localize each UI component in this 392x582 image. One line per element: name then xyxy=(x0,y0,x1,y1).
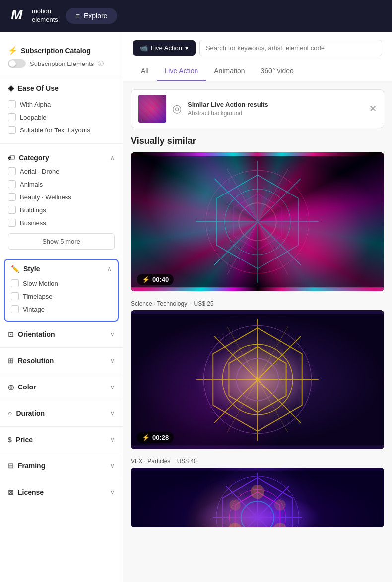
search-area: 📹 Live Action ▾ All Live Action Animatio… xyxy=(123,32,392,81)
checkbox-business-box[interactable] xyxy=(8,219,16,227)
checkbox-beauty-box[interactable] xyxy=(8,193,16,201)
checkbox-slow-motion[interactable]: Slow Motion xyxy=(11,277,112,290)
checkbox-buildings-box[interactable] xyxy=(8,206,16,214)
svg-rect-26 xyxy=(131,471,384,527)
aerial-label: Aerial · Drone xyxy=(20,168,59,175)
checkbox-loopable-box[interactable] xyxy=(8,113,16,121)
similar-close-button[interactable]: ✕ xyxy=(369,104,377,113)
video-card-3[interactable] xyxy=(131,468,384,527)
divider-7 xyxy=(0,426,123,427)
tab-animation[interactable]: Animation xyxy=(206,62,253,81)
orientation-title: Orientation xyxy=(18,330,55,338)
video-card-1[interactable]: ⚡ 00:40 xyxy=(131,152,384,291)
svg-point-34 xyxy=(229,489,285,527)
duration-title-row: ○ Duration xyxy=(8,409,45,417)
tab-live-action[interactable]: Live Action xyxy=(157,62,206,81)
divider-1 xyxy=(0,76,123,76)
color-title-row: ◎ Color xyxy=(8,383,36,391)
search-input[interactable] xyxy=(199,40,382,56)
tab-all[interactable]: All xyxy=(133,62,157,81)
svg-line-24 xyxy=(227,326,288,432)
svg-marker-31 xyxy=(235,492,280,527)
svg-text:M: M xyxy=(11,7,23,22)
search-row: 📹 Live Action ▾ xyxy=(133,40,382,56)
category-header[interactable]: 🏷 Category ∧ xyxy=(8,151,115,165)
framing-icon: ⊟ xyxy=(8,462,14,470)
checkbox-aerial-box[interactable] xyxy=(8,167,16,175)
checkbox-loopable[interactable]: Loopable xyxy=(8,111,115,124)
duration-header[interactable]: ○ Duration ∨ xyxy=(8,406,115,420)
visual-search-icon: ◎ xyxy=(172,102,182,115)
color-title: Color xyxy=(18,383,36,391)
svg-point-10 xyxy=(225,189,290,255)
framing-header[interactable]: ⊟ Framing ∨ xyxy=(8,459,115,473)
similar-text: Similar Live Action results Abstract bac… xyxy=(188,101,363,117)
svg-line-29 xyxy=(226,486,289,527)
svg-point-9 xyxy=(239,203,276,241)
checkbox-text-layouts-box[interactable] xyxy=(8,126,16,134)
checkbox-vintage[interactable]: Vintage xyxy=(11,303,112,316)
category-dropdown-label: Live Action xyxy=(151,44,182,52)
show-more-button[interactable]: Show 5 more xyxy=(8,233,115,250)
license-icon: ⊠ xyxy=(8,488,14,496)
similar-subtitle: Abstract background xyxy=(188,110,363,117)
color-icon: ◎ xyxy=(8,383,14,391)
similar-bar: ◎ Similar Live Action results Abstract b… xyxy=(131,89,384,128)
video-card-2[interactable]: ⚡ 00:28 xyxy=(131,310,384,449)
divider-9 xyxy=(0,479,123,479)
video-meta-1: Science · Technology US$ 25 xyxy=(131,297,384,310)
duration-title: Duration xyxy=(16,409,45,417)
checkbox-with-alpha[interactable]: With Alpha xyxy=(8,98,115,111)
badge-lightning-2: ⚡ xyxy=(142,434,150,441)
content-area: 📹 Live Action ▾ All Live Action Animatio… xyxy=(123,32,392,582)
info-icon[interactable]: ⓘ xyxy=(98,60,104,68)
checkbox-buildings[interactable]: Buildings xyxy=(8,203,115,216)
svg-marker-32 xyxy=(223,478,292,527)
license-header[interactable]: ⊠ License ∨ xyxy=(8,485,115,499)
price-header[interactable]: $ Price ∨ xyxy=(8,433,115,447)
framing-title-row: ⊟ Framing xyxy=(8,462,45,470)
svg-line-25 xyxy=(227,326,288,432)
explore-button[interactable]: ≡ Explore xyxy=(66,8,118,24)
main-layout: ⚡ Subscription Catalog Subscription Elem… xyxy=(0,32,392,582)
price-icon: $ xyxy=(8,436,12,444)
header: M / motion elements ≡ Explore xyxy=(0,0,392,32)
logo-icon: M / xyxy=(10,5,28,27)
category-dropdown[interactable]: 📹 Live Action ▾ xyxy=(133,40,196,56)
resolution-chevron: ∨ xyxy=(110,357,115,364)
svg-line-12 xyxy=(227,169,288,274)
checkbox-animals[interactable]: Animals xyxy=(8,178,115,191)
svg-point-21 xyxy=(237,359,279,401)
color-chevron: ∨ xyxy=(110,384,115,390)
checkbox-text-layouts[interactable]: Suitable for Text Layouts xyxy=(8,124,115,136)
svg-line-5 xyxy=(214,179,301,265)
slow-motion-label: Slow Motion xyxy=(23,280,58,287)
vintage-label: Vintage xyxy=(23,306,45,313)
checkbox-vintage-box[interactable] xyxy=(11,305,19,313)
checkbox-animals-box[interactable] xyxy=(8,180,16,188)
checkbox-timelapse[interactable]: Timelapse xyxy=(11,290,112,303)
animals-label: Animals xyxy=(20,181,43,188)
orientation-header[interactable]: ⊡ Orientation ∨ xyxy=(8,327,115,341)
checkbox-with-alpha-box[interactable] xyxy=(8,100,16,108)
subscription-header: ⚡ Subscription Catalog xyxy=(8,46,115,55)
divider-4 xyxy=(0,347,123,348)
style-header[interactable]: ✏️ Style ∧ xyxy=(11,265,112,273)
checkbox-aerial[interactable]: Aerial · Drone xyxy=(8,165,115,178)
framing-title: Framing xyxy=(18,462,45,470)
price-title: Price xyxy=(16,436,33,444)
checkbox-slow-motion-box[interactable] xyxy=(11,279,19,287)
svg-point-40 xyxy=(228,523,242,527)
tab-360-video[interactable]: 360° video xyxy=(253,62,302,81)
checkbox-beauty[interactable]: Beauty · Wellness xyxy=(8,191,115,203)
checkbox-business[interactable]: Business xyxy=(8,216,115,229)
resolution-header[interactable]: ⊞ Resolution ∨ xyxy=(8,354,115,368)
svg-point-38 xyxy=(273,523,287,527)
subscription-toggle[interactable] xyxy=(8,59,26,68)
color-header[interactable]: ◎ Color ∨ xyxy=(8,380,115,394)
checkbox-timelapse-box[interactable] xyxy=(11,292,19,300)
subscription-title: Subscription Catalog xyxy=(21,47,91,55)
style-title: Style xyxy=(23,265,40,273)
video-duration-2: 00:28 xyxy=(152,434,169,441)
visually-similar-section: Visually similar xyxy=(123,132,392,537)
